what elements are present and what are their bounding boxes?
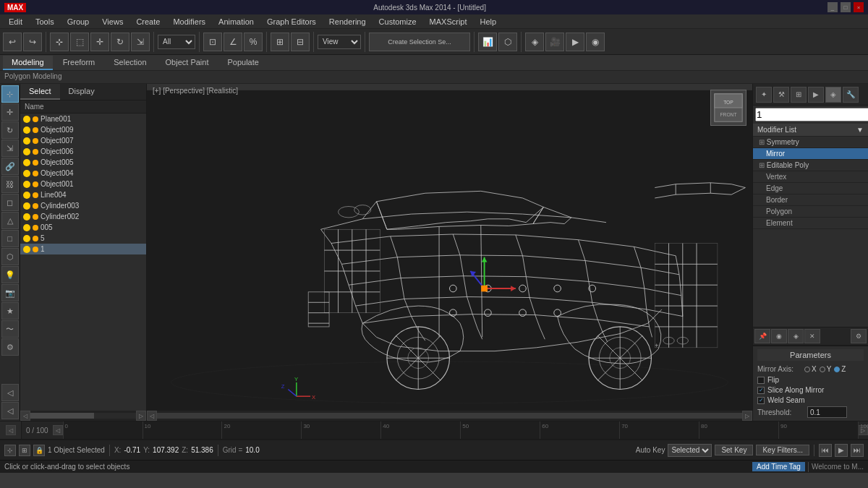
menu-create[interactable]: Create (130, 16, 166, 27)
modifier-symmetry[interactable]: ⊞ Symmetry (753, 137, 868, 148)
threshold-input[interactable]: 0.1 (807, 406, 847, 418)
scene-item-5[interactable]: 5 (20, 233, 146, 244)
menu-edit[interactable]: Edit (3, 16, 28, 27)
tool-systems[interactable]: ⚙ (1, 338, 19, 356)
scale-tool[interactable]: ⇲ (131, 33, 150, 51)
scene-item-plane001[interactable]: Plane001 (20, 114, 146, 124)
viewport-nav-cube[interactable]: TOP FRONT (710, 90, 746, 126)
menu-views[interactable]: Views (96, 16, 129, 27)
z-axis-radio[interactable]: Z (834, 365, 846, 373)
scene-item-005[interactable]: 005 (20, 222, 146, 233)
scroll-left-btn[interactable]: ◁ (20, 411, 30, 421)
undo-button[interactable]: ↩ (3, 33, 22, 51)
tool-scale[interactable]: ⇲ (1, 140, 19, 157)
scroll-right-btn[interactable]: ▷ (136, 411, 146, 421)
scene-item-object007[interactable]: Object007 (20, 135, 146, 146)
tool-shapes[interactable]: □ (1, 230, 19, 247)
render-setup-btn[interactable]: 🎥 (545, 33, 564, 51)
select-tool[interactable]: ⊹ (50, 33, 69, 51)
tool-helpers[interactable]: ★ (1, 302, 19, 320)
align-btn[interactable]: ⊟ (291, 33, 310, 51)
modifier-border[interactable]: Border (753, 194, 868, 206)
tool-perspective[interactable]: △ (1, 212, 19, 229)
tab-freeform[interactable]: Freeform (54, 56, 104, 70)
scene-item-line004[interactable]: Line004 (20, 189, 146, 200)
active-shade-btn[interactable]: ◉ (586, 33, 605, 51)
menu-tools[interactable]: Tools (30, 16, 60, 27)
tab-modeling[interactable]: Modeling (3, 56, 53, 70)
material-editor-btn[interactable]: ◈ (525, 33, 544, 51)
hierarchy-btn[interactable]: ⊞ (791, 87, 807, 103)
viewport-hscroll[interactable]: ◁ ▷ (147, 411, 752, 421)
scene-tab-select[interactable]: Select (20, 84, 60, 100)
render-btn[interactable]: ▶ (566, 33, 584, 51)
set-key-button[interactable]: Set Key (715, 445, 753, 455)
next-frame-btn[interactable]: ⏭ (851, 444, 864, 457)
schematic-view-btn[interactable]: ⬡ (498, 33, 517, 51)
timeline-prev-btn[interactable]: ◁ (53, 425, 63, 435)
tab-populate[interactable]: Populate (218, 56, 267, 70)
scene-tab-display[interactable]: Display (60, 84, 103, 100)
menu-group[interactable]: Group (61, 16, 95, 27)
scene-hscroll[interactable]: ◁ ▷ (20, 411, 146, 421)
named-selection-btn[interactable]: Create Selection Se... (369, 33, 470, 51)
timeline-track[interactable]: 0 10 20 30 40 50 60 70 80 90 100 (63, 421, 858, 439)
prev-frame-btn[interactable]: ⏮ (819, 444, 832, 457)
tool-link[interactable]: 🔗 (1, 158, 19, 175)
nav-cube-display[interactable]: TOP FRONT (710, 90, 746, 126)
menu-graph-editors[interactable]: Graph Editors (261, 16, 322, 27)
mirror-btn[interactable]: ⊞ (271, 33, 289, 51)
snap-angle-btn[interactable]: ∠ (224, 33, 242, 51)
tool-geometry[interactable]: ⬡ (1, 248, 19, 265)
autokey-select[interactable]: Selected All (668, 444, 712, 457)
reference-coord-select[interactable]: All View World (158, 35, 195, 49)
motion-btn[interactable]: ▶ (808, 87, 824, 103)
select-region[interactable]: ⬚ (70, 33, 89, 51)
modifier-editable-poly[interactable]: ⊞ Editable Poly (753, 160, 868, 171)
snap-percent-btn[interactable]: % (244, 33, 263, 51)
configure-modifier-btn[interactable]: ⚙ (851, 329, 867, 343)
tool-move[interactable]: ✛ (1, 103, 19, 121)
scene-item-object004[interactable]: Object004 (20, 168, 146, 179)
key-filters-button[interactable]: Key Filters... (756, 445, 809, 455)
scene-item-cylinder002[interactable]: Cylinder002 (20, 211, 146, 222)
create-btn[interactable]: ✦ (756, 87, 772, 103)
scene-item-object006[interactable]: Object006 (20, 146, 146, 157)
menu-maxscript[interactable]: MAXScript (424, 16, 473, 27)
menu-rendering[interactable]: Rendering (323, 16, 372, 27)
move-tool[interactable]: ✛ (90, 33, 109, 51)
tool-extra-1[interactable]: ◁ (1, 384, 19, 401)
modify-btn[interactable]: ⚒ (773, 87, 789, 103)
close-button[interactable]: × (854, 2, 864, 12)
add-time-tag-btn[interactable]: Add Time Tag (752, 462, 805, 471)
x-axis-radio[interactable]: X (804, 365, 817, 373)
rotate-tool[interactable]: ↻ (111, 33, 129, 51)
tool-select[interactable]: ⊹ (1, 85, 19, 103)
tool-rotate[interactable]: ↻ (1, 121, 19, 139)
utilities-btn[interactable]: 🔧 (843, 87, 859, 103)
make-unique-btn[interactable]: ◈ (788, 329, 804, 343)
tool-bind-space[interactable]: ◻ (1, 194, 19, 211)
tab-object-paint[interactable]: Object Paint (157, 56, 218, 70)
menu-modifiers[interactable]: Modifiers (167, 16, 211, 27)
maximize-button[interactable]: □ (841, 2, 851, 12)
show-end-result-btn[interactable]: ◉ (771, 329, 787, 343)
redo-button[interactable]: ↪ (23, 33, 42, 51)
curve-editor-btn[interactable]: 📊 (478, 33, 497, 51)
modifier-edge[interactable]: Edge (753, 183, 868, 194)
minimize-button[interactable]: _ (827, 2, 838, 12)
flip-checkbox[interactable] (757, 377, 765, 384)
modifier-polygon[interactable]: Polygon (753, 206, 868, 218)
pin-modifier-btn[interactable]: 📌 (754, 329, 770, 343)
scene-item-1[interactable]: 1 (20, 244, 146, 254)
modifier-vertex[interactable]: Vertex (753, 171, 868, 183)
y-axis-radio[interactable]: Y (820, 365, 832, 373)
modifier-value-input[interactable]: 1 (755, 108, 868, 121)
menu-animation[interactable]: Animation (213, 16, 260, 27)
tool-lights[interactable]: 💡 (1, 266, 19, 283)
timeline-collapse-btn[interactable]: ◁ (6, 425, 16, 435)
vp-scroll-right[interactable]: ▷ (742, 411, 752, 421)
modifier-element[interactable]: Element (753, 218, 868, 229)
tool-spacewarps[interactable]: 〜 (1, 320, 19, 338)
slice-along-mirror-checkbox[interactable] (757, 387, 765, 394)
